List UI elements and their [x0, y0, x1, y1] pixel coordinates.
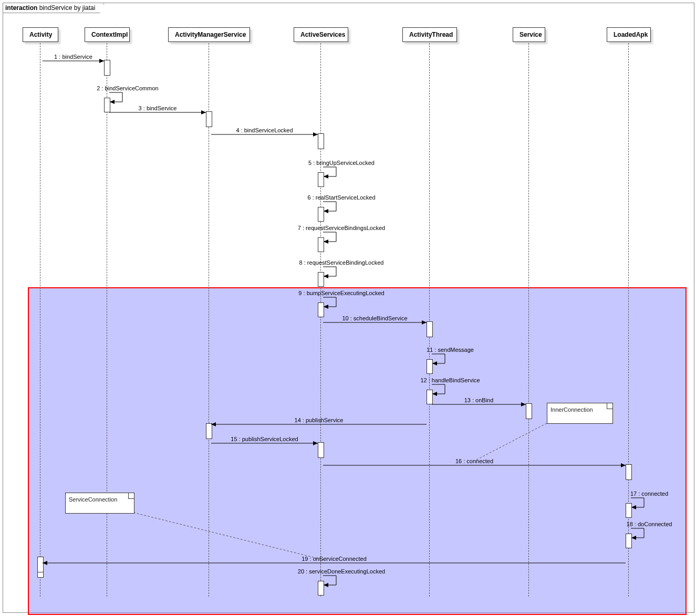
lifeline-line-activity: [40, 43, 40, 597]
message-label-19: 19 : onServiceConnected: [282, 556, 387, 562]
activation: [318, 207, 324, 222]
activation: [318, 172, 324, 187]
message-label-4: 4 : bindServiceLocked: [212, 127, 317, 133]
activation: [626, 503, 632, 518]
message-label-18: 18 : doConnected: [597, 521, 696, 527]
activation: [318, 581, 324, 596]
message-label-14: 14 : publishService: [266, 417, 371, 423]
activation: [37, 557, 44, 572]
message-label-2: 2 : bindServiceCommon: [75, 85, 180, 91]
activation: [318, 133, 324, 149]
activation: [318, 442, 324, 458]
message-label-6: 6 : realStartServiceLocked: [289, 194, 394, 201]
activation: [206, 111, 212, 127]
message-label-1: 1 : bindService: [21, 54, 126, 60]
activation: [104, 60, 110, 76]
message-label-8: 8 : requestServiceBindingLocked: [289, 259, 394, 266]
message-label-16: 16 : connected: [422, 458, 527, 464]
lifeline-head-athread: ActivityThread: [402, 27, 457, 42]
message-label-3: 3 : bindService: [105, 105, 210, 111]
activation: [206, 423, 212, 439]
frame-title-keyword: interaction: [5, 4, 37, 12]
message-label-9: 9 : bumpServiceExecutingLocked: [289, 290, 394, 296]
message-label-11: 11 : sendMessage: [398, 347, 503, 353]
message-label-15: 15 : publishServiceLocked: [212, 436, 317, 442]
lifeline-head-ams: ActivityManagerService: [168, 27, 250, 42]
activation: [318, 272, 324, 287]
lifeline-head-active: ActiveServices: [294, 27, 348, 42]
lifeline-line-active: [320, 43, 321, 597]
message-label-5: 5 : bringUpServiceLocked: [289, 160, 394, 166]
lifeline-head-loaded: LoadedApk: [607, 27, 651, 42]
lifeline-head-service: Service: [513, 27, 545, 42]
message-label-7: 7 : requestServiceBindingsLocked: [289, 225, 394, 231]
message-label-20: 20 : serviceDoneExecutingLocked: [289, 568, 394, 575]
activation: [427, 359, 433, 374]
activation: [526, 403, 532, 419]
message-label-12: 12 : handleBindService: [398, 377, 503, 383]
message-label-13: 13 : onBind: [427, 397, 532, 403]
message-label-17: 17 : connected: [597, 490, 696, 497]
lifeline-line-athread: [429, 43, 430, 597]
message-label-10: 10 : scheduleBindService: [323, 315, 428, 321]
lifeline-line-service: [528, 43, 529, 597]
frame-title: interaction bindService by jiatai: [3, 3, 104, 13]
lifeline-head-context: ContextImpl: [85, 27, 130, 42]
frame-title-text: bindService by jiatai: [37, 4, 95, 12]
note-inner: InnerConnection: [547, 403, 613, 424]
activation: [626, 464, 632, 480]
highlight-region: [28, 287, 687, 615]
lifeline-head-activity: Activity: [23, 27, 58, 42]
activation: [427, 321, 433, 337]
activation: [626, 534, 632, 548]
activation: [318, 237, 324, 252]
note-svcconn: ServiceConnection: [65, 493, 134, 514]
sequence-diagram-frame: interaction bindService by jiatai Activi…: [3, 3, 694, 613]
